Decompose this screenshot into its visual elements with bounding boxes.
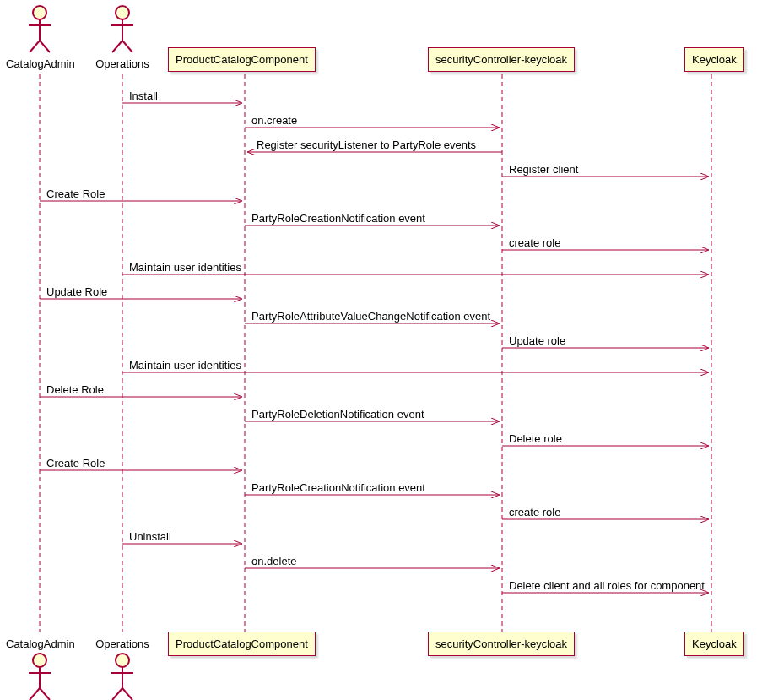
svg-line-23 — [112, 688, 122, 700]
actor-operations-bottom: Operations — [95, 638, 150, 650]
msg-update-role: Update Role — [46, 285, 107, 298]
svg-line-19 — [40, 688, 50, 700]
msg-create-role-2: Create Role — [46, 457, 105, 469]
sequence-diagram: CatalogAdmin Operations ProductCatalogCo… — [0, 0, 757, 700]
svg-line-24 — [122, 688, 132, 700]
participant-keycloak-top: Keycloak — [684, 47, 744, 72]
msg-update-role-kc: Update role — [509, 334, 565, 347]
msg-create-role-kc-2: create role — [509, 506, 560, 518]
msg-delete-role: Delete Role — [46, 383, 104, 396]
actor-catalog-admin-top: CatalogAdmin — [6, 57, 73, 70]
msg-maintain-identities-2: Maintain user identities — [129, 359, 241, 372]
msg-partyrole-creation-1: PartyRoleCreationNotification event — [251, 212, 425, 225]
participant-keycloak-bottom: Keycloak — [684, 632, 744, 656]
actor-catalog-admin-bottom: CatalogAdmin — [6, 638, 73, 650]
msg-on-delete: on.delete — [251, 555, 297, 567]
svg-point-15 — [33, 654, 46, 667]
svg-point-10 — [116, 6, 129, 19]
msg-partyrole-deletion: PartyRoleDeletionNotification event — [251, 408, 424, 421]
svg-point-5 — [33, 6, 46, 19]
svg-line-18 — [30, 688, 40, 700]
msg-create-role-kc-1: create role — [509, 236, 560, 249]
svg-line-14 — [122, 41, 132, 52]
svg-line-13 — [112, 41, 122, 52]
msg-create-role-1: Create Role — [46, 187, 105, 200]
participant-security-controller-bottom: securityController-keycloak — [428, 632, 575, 656]
svg-line-8 — [30, 41, 40, 52]
msg-delete-client: Delete client and all roles for componen… — [509, 579, 705, 592]
actor-operations-top: Operations — [95, 57, 150, 70]
msg-register-listener: Register securityListener to PartyRole e… — [257, 138, 476, 151]
msg-delete-role-kc: Delete role — [509, 432, 562, 445]
diagram-svg — [0, 0, 757, 700]
msg-partyrole-creation-2: PartyRoleCreationNotification event — [251, 481, 425, 494]
msg-maintain-identities-1: Maintain user identities — [129, 261, 241, 274]
participant-product-catalog-bottom: ProductCatalogComponent — [168, 632, 316, 656]
msg-install: Install — [129, 90, 158, 102]
participant-product-catalog-top: ProductCatalogComponent — [168, 47, 316, 72]
msg-register-client: Register client — [509, 163, 578, 176]
msg-uninstall: Uninstall — [129, 530, 171, 543]
msg-on-create: on.create — [251, 114, 297, 127]
msg-partyrole-attr-change: PartyRoleAttributeValueChangeNotificatio… — [251, 310, 490, 323]
svg-point-20 — [116, 654, 129, 667]
svg-line-9 — [40, 41, 50, 52]
participant-security-controller-top: securityController-keycloak — [428, 47, 575, 72]
